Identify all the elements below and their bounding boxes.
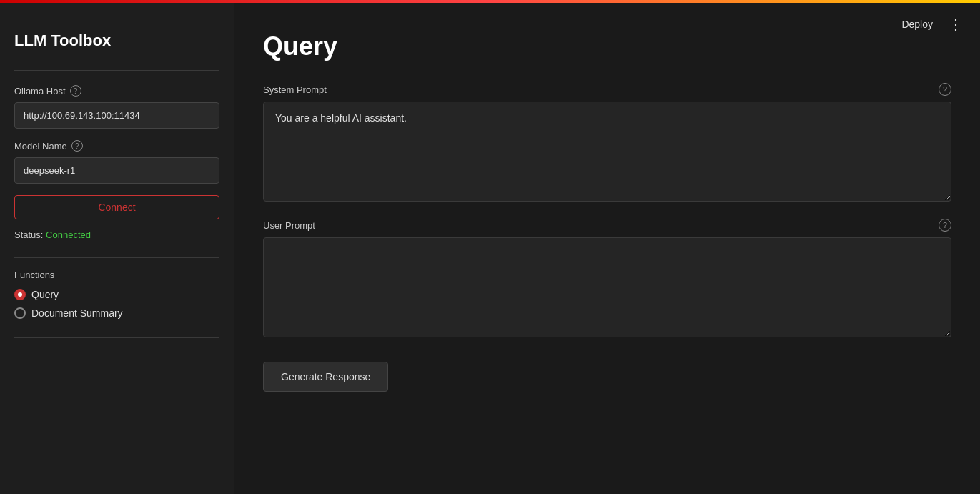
function-query-radio[interactable]: Query xyxy=(14,289,219,300)
system-prompt-label-row: System Prompt ? xyxy=(263,83,951,96)
user-prompt-textarea[interactable] xyxy=(263,237,951,337)
model-name-label: Model Name ? xyxy=(14,140,219,152)
user-prompt-section: User Prompt ? xyxy=(263,219,951,340)
divider-2 xyxy=(14,257,219,258)
system-prompt-label: System Prompt xyxy=(263,84,327,95)
more-options-button[interactable]: ⋮ xyxy=(946,14,966,34)
query-radio-input[interactable] xyxy=(14,289,26,300)
ollama-host-input[interactable] xyxy=(14,102,219,129)
connect-button[interactable]: Connect xyxy=(14,195,219,219)
main-content: Deploy ⋮ Query System Prompt ? You are a… xyxy=(234,3,980,494)
query-radio-label: Query xyxy=(31,289,59,300)
sidebar: LLM Toolbox Ollama Host ? Model Name ? C… xyxy=(0,3,234,494)
divider-1 xyxy=(14,70,219,71)
document-summary-radio-input[interactable] xyxy=(14,307,26,319)
model-name-help-icon[interactable]: ? xyxy=(71,140,83,152)
generate-response-button[interactable]: Generate Response xyxy=(263,362,388,392)
status-value: Connected xyxy=(46,229,91,240)
user-prompt-help-icon[interactable]: ? xyxy=(939,219,951,232)
function-document-summary-radio[interactable]: Document Summary xyxy=(14,307,219,319)
system-prompt-section: System Prompt ? You are a helpful AI ass… xyxy=(263,83,951,204)
system-prompt-textarea[interactable]: You are a helpful AI assistant. xyxy=(263,102,951,202)
deploy-button[interactable]: Deploy xyxy=(896,16,939,33)
user-prompt-label-row: User Prompt ? xyxy=(263,219,951,232)
model-name-input[interactable] xyxy=(14,157,219,184)
page-title: Query xyxy=(263,31,951,61)
system-prompt-help-icon[interactable]: ? xyxy=(939,83,951,96)
functions-label: Functions xyxy=(14,270,219,280)
status-row: Status: Connected xyxy=(14,229,219,240)
header-row: Deploy ⋮ xyxy=(896,14,966,34)
ollama-host-help-icon[interactable]: ? xyxy=(70,85,81,97)
app-title: LLM Toolbox xyxy=(14,31,219,50)
document-summary-radio-label: Document Summary xyxy=(31,307,123,319)
divider-3 xyxy=(14,337,219,338)
ollama-host-label: Ollama Host ? xyxy=(14,85,219,97)
user-prompt-label: User Prompt xyxy=(263,220,315,231)
